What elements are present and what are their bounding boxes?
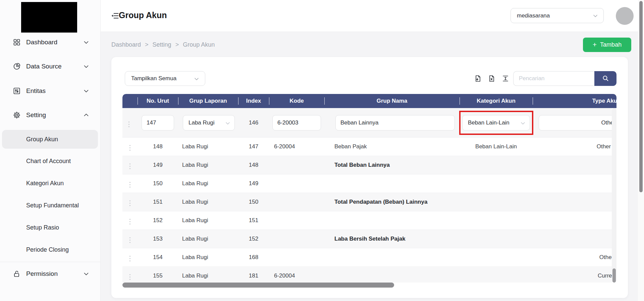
drag-handle-icon[interactable] xyxy=(129,199,130,205)
type-akun-input[interactable] xyxy=(539,115,612,131)
cell-index: 148 xyxy=(238,156,269,174)
no-urut-input[interactable] xyxy=(142,115,174,131)
sidebar-item-data-source[interactable]: Data Source xyxy=(0,58,101,74)
sidebar-item-permission[interactable]: Permission xyxy=(0,266,101,282)
cell-handle xyxy=(122,230,138,248)
cell-kode: 6-20004 xyxy=(269,138,324,156)
cell-kategori-akun xyxy=(460,267,533,283)
browser-scrollbar[interactable] xyxy=(638,0,644,301)
sidebar-item-chart-of-account[interactable]: Chart of Account xyxy=(2,153,98,169)
cell-no-urut: 152 xyxy=(138,211,178,230)
kode-input[interactable] xyxy=(272,115,321,131)
cell-type-akun: Curren xyxy=(533,267,612,283)
chevron-down-icon xyxy=(83,270,90,278)
cell-type-akun xyxy=(533,174,612,193)
column-header-type-akun: Type Akun xyxy=(533,94,616,108)
table-vertical-scrollbar[interactable] xyxy=(612,108,616,283)
cell-kode xyxy=(269,156,324,174)
table-edit-row: Laba Rugi 146 Beban Lain-Lain xyxy=(122,108,612,138)
sidebar-item-periode-closing[interactable]: Periode Closing xyxy=(2,242,98,258)
drag-handle-icon[interactable] xyxy=(129,272,130,279)
browser-scrollbar-thumb[interactable] xyxy=(639,1,643,192)
cell-handle xyxy=(122,248,138,266)
breadcrumb-item[interactable]: Group Akun xyxy=(183,41,215,48)
drag-handle-icon[interactable] xyxy=(128,120,133,126)
chevron-down-icon xyxy=(224,120,231,128)
cell-grup-nama: Total Beban Lainnya xyxy=(324,156,460,174)
sidebar-item-setup-fundamental[interactable]: Setup Fundamental xyxy=(2,197,98,213)
cell-grup-laporan: Laba Rugi xyxy=(178,193,238,211)
cell-type-akun xyxy=(533,230,612,248)
drag-handle-icon[interactable] xyxy=(129,162,130,168)
horizontal-scrollbar-thumb[interactable] xyxy=(122,283,394,288)
user-avatar[interactable] xyxy=(616,7,634,25)
sidebar-item-dashboard[interactable]: Dashboard xyxy=(0,34,101,50)
cell-kategori-akun xyxy=(460,174,533,193)
add-tambah-button[interactable]: + Tambah xyxy=(583,38,631,52)
column-header-grup-nama: Grup Nama xyxy=(324,94,460,108)
sidebar-item-setup-rasio[interactable]: Setup Rasio xyxy=(2,219,98,236)
drag-handle-icon[interactable] xyxy=(129,143,130,150)
drag-handle-icon[interactable] xyxy=(129,180,130,187)
cell-grup-laporan: Laba Rugi xyxy=(178,267,238,283)
table-row: 151Laba Rugi150Total Pendapatan (Beban) … xyxy=(122,193,612,211)
cell-kategori-akun xyxy=(460,248,533,266)
cell-kategori-akun xyxy=(460,156,533,174)
cell-kategori-akun: Beban Lain-Lain xyxy=(460,138,533,156)
sidebar-item-entitas[interactable]: Entitas xyxy=(0,83,101,99)
chevron-down-icon xyxy=(592,12,599,21)
cell-no-urut: 153 xyxy=(138,230,178,248)
export-excel-icon[interactable] xyxy=(488,74,496,83)
drag-handle-icon[interactable] xyxy=(129,236,130,242)
table-row: 152Laba Rugi151 xyxy=(122,211,612,230)
kategori-akun-select[interactable]: Beban Lain-Lain xyxy=(462,115,530,131)
cell-no-urut: 154 xyxy=(138,248,178,266)
breadcrumb-item[interactable]: Setting xyxy=(153,41,171,48)
cell-grup-laporan: Laba Rugi xyxy=(178,230,238,248)
grup-nama-input[interactable] xyxy=(335,115,455,131)
sidebar-item-kategori-akun[interactable]: Kategori Akun xyxy=(2,175,98,192)
column-header-handle xyxy=(122,94,138,108)
grid-icon xyxy=(13,38,21,46)
search-input[interactable] xyxy=(513,71,594,86)
entity-icon xyxy=(13,87,21,95)
cell-handle xyxy=(122,211,138,230)
cell-grup-nama: Laba Bersih Setelah Pajak xyxy=(324,230,460,248)
filter-select[interactable]: Tampilkan Semua xyxy=(125,71,205,86)
table-body: Laba Rugi 146 Beban Lain-Lain 148La xyxy=(122,108,612,283)
page-content: Dashboard>Setting>Group Akun + Tambah Ta… xyxy=(101,32,644,301)
breadcrumb-separator: > xyxy=(145,41,149,48)
cell-handle xyxy=(122,267,138,283)
collapse-sidebar-icon[interactable] xyxy=(110,11,119,20)
grup-laporan-select[interactable]: Laba Rugi xyxy=(183,115,235,131)
drag-handle-icon[interactable] xyxy=(129,254,130,261)
cell-grup-nama: Beban Pajak xyxy=(324,138,460,156)
cell-handle xyxy=(122,174,138,193)
export-pdf-icon[interactable] xyxy=(474,74,482,83)
table-row: 149Laba Rugi148Total Beban Lainnya xyxy=(122,156,612,174)
breadcrumb-item[interactable]: Dashboard xyxy=(111,41,141,48)
cell-no-urut: 155 xyxy=(138,267,178,283)
cell-grup-nama: Total Pendapatan (Beban) Lainnya xyxy=(324,193,460,211)
breadcrumb: Dashboard>Setting>Group Akun xyxy=(111,41,215,48)
sidebar-item-setting[interactable]: Setting xyxy=(0,107,101,123)
cell-index: 151 xyxy=(238,211,269,230)
magnifier-icon xyxy=(601,74,609,83)
column-header-grup-laporan: Grup Laporan xyxy=(178,94,238,108)
drag-handle-icon[interactable] xyxy=(129,217,130,224)
kategori-akun-select-value: Beban Lain-Lain xyxy=(468,119,509,126)
workspace-select[interactable]: mediasarana xyxy=(511,8,604,23)
sidebar-item-group-akun[interactable]: Group Akun xyxy=(2,130,98,149)
import-icon[interactable] xyxy=(501,74,509,83)
pie-chart-icon xyxy=(13,62,21,70)
table-header: No. UrutGrup LaporanIndexKodeGrup NamaKa… xyxy=(122,94,616,108)
cell-kategori-akun xyxy=(460,230,533,248)
search-button[interactable] xyxy=(594,71,616,86)
cell-type-akun xyxy=(533,193,612,211)
grup-laporan-select-value: Laba Rugi xyxy=(189,119,215,126)
vertical-scrollbar-thumb[interactable] xyxy=(612,268,616,283)
cell-type-akun xyxy=(533,211,612,230)
table-row: 154Laba Rugi168Other xyxy=(122,248,612,267)
plus-icon: + xyxy=(593,41,597,49)
cell-kode xyxy=(269,193,324,211)
